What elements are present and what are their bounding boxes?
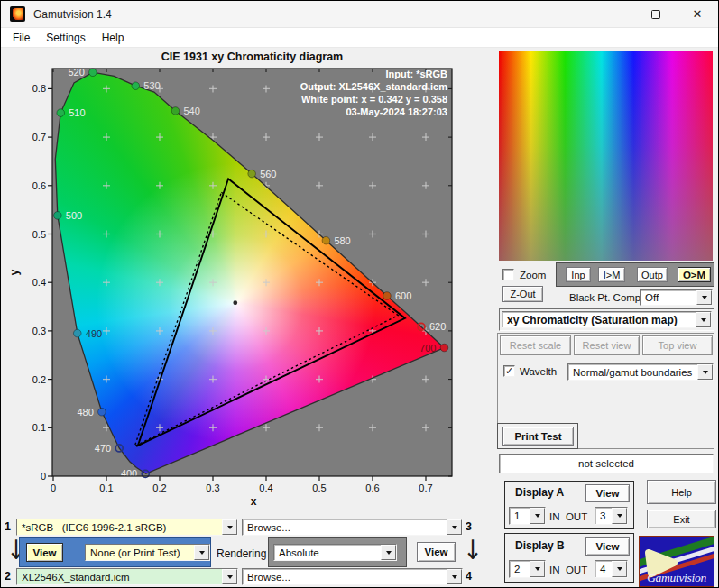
wavelth-checkbox[interactable]: ✓	[503, 365, 515, 377]
svg-text:0.2: 0.2	[32, 374, 46, 385]
zoom-label: Zoom	[520, 270, 546, 280]
view-mode-select[interactable]: xy Chromaticity (Saturation map)	[502, 311, 712, 328]
saturation-map-preview[interactable]	[499, 51, 713, 261]
output-profile-select[interactable]: XL2546X_standard.icm	[16, 568, 238, 585]
browse-output-select[interactable]: Browse...	[242, 568, 463, 585]
dropdown-arrow-icon[interactable]	[696, 312, 711, 327]
i-to-m-button[interactable]: I>M	[598, 267, 625, 282]
check-icon: ✓	[505, 365, 513, 377]
menu-bar: File Settings Help	[1, 28, 718, 48]
svg-text:0.1: 0.1	[32, 422, 46, 433]
close-button[interactable]: ✕	[677, 1, 718, 27]
svg-text:0.7: 0.7	[32, 132, 46, 142]
display-a-inout-label: IN OUT	[549, 511, 587, 522]
z-out-button[interactable]: Z-Out	[502, 286, 543, 302]
menu-file[interactable]: File	[5, 30, 38, 46]
svg-text:0.6: 0.6	[365, 482, 379, 493]
slot3-number: 3	[466, 520, 472, 533]
dropdown-arrow-icon[interactable]	[447, 569, 462, 584]
svg-text:x: x	[251, 495, 257, 508]
window-title: Gamutvision 1.4	[33, 8, 112, 21]
black-pt-comp-select[interactable]: Off	[640, 289, 713, 306]
svg-text:0.2: 0.2	[152, 482, 166, 493]
browse-input-select[interactable]: Browse...	[242, 519, 463, 536]
svg-text:0: 0	[41, 471, 46, 482]
view-output-button[interactable]: View	[417, 542, 456, 562]
black-pt-comp-label: Black Pt. Comp.	[569, 292, 643, 303]
display-a-group: Display A View 1 IN OUT 3	[504, 481, 634, 529]
o-to-m-button[interactable]: O>M	[678, 267, 711, 282]
svg-text:0.8: 0.8	[32, 83, 46, 94]
slot2-number: 2	[5, 570, 11, 583]
display-a-title: Display A	[515, 486, 564, 499]
display-b-in-select[interactable]: 2	[509, 560, 546, 578]
flow-down-arrow-right-icon: ↓	[463, 537, 483, 564]
dropdown-arrow-icon[interactable]	[194, 545, 209, 560]
dropdown-arrow-icon[interactable]	[530, 561, 545, 577]
svg-text:0.4: 0.4	[259, 482, 272, 493]
top-view-button[interactable]: Top view	[642, 335, 713, 355]
slot1-number: 1	[5, 520, 11, 533]
display-b-group: Display B View 2 IN OUT 4	[504, 533, 634, 583]
maximize-icon	[651, 10, 660, 19]
plot-area[interactable]	[52, 69, 452, 476]
svg-text:0.1: 0.1	[99, 482, 113, 493]
reset-view-button[interactable]: Reset view	[574, 335, 640, 355]
menu-settings[interactable]: Settings	[38, 30, 93, 46]
app-icon	[10, 6, 25, 22]
status-field: not selected	[499, 454, 714, 473]
svg-text:0: 0	[51, 482, 56, 493]
display-b-title: Display B	[515, 539, 565, 552]
slot4-number: 4	[466, 570, 472, 583]
svg-text:0.6: 0.6	[32, 180, 46, 191]
dropdown-arrow-icon[interactable]	[447, 519, 462, 535]
reset-scale-button[interactable]: Reset scale	[500, 335, 571, 355]
chart-title: CIE 1931 xy Chromaticity diagram	[52, 51, 452, 63]
chromaticity-horseshoe	[52, 69, 452, 476]
svg-text:y: y	[8, 269, 21, 275]
svg-text:0.5: 0.5	[312, 482, 326, 493]
view-input-button[interactable]: View	[26, 543, 63, 562]
logo-text: Gamutvision	[640, 571, 714, 585]
display-b-out-select[interactable]: 4	[595, 560, 628, 578]
display-a-in-select[interactable]: 1	[509, 507, 546, 525]
minimize-icon	[610, 14, 620, 15]
dropdown-arrow-icon[interactable]	[530, 508, 545, 524]
display-b-view-button[interactable]: View	[585, 537, 630, 556]
input-profile-select[interactable]: *sRGB (IEC6 1996-2.1 sRGB)	[16, 519, 238, 536]
svg-text:0.7: 0.7	[419, 482, 432, 493]
boundaries-select[interactable]: Normal/gamut boundaries	[567, 363, 714, 381]
gamutvision-logo: Gamutvision	[639, 536, 714, 587]
dropdown-arrow-icon[interactable]	[612, 561, 627, 577]
dropdown-arrow-icon[interactable]	[222, 569, 237, 584]
window-controls: ✕	[594, 1, 718, 27]
display-b-inout-label: IN OUT	[549, 565, 587, 575]
print-test-button[interactable]: Print Test	[502, 427, 574, 446]
exit-button[interactable]: Exit	[647, 510, 716, 528]
dropdown-arrow-icon[interactable]	[381, 545, 396, 560]
test-pattern-select[interactable]: None (or Print Test)	[85, 544, 210, 561]
dropdown-arrow-icon[interactable]	[697, 364, 713, 380]
view-select-frame: xy Chromaticity (Saturation map)	[499, 308, 714, 331]
minimize-button[interactable]	[594, 1, 635, 27]
rendering-intent-select[interactable]: Absolute	[273, 544, 397, 561]
inp-button[interactable]: Inp	[566, 267, 591, 282]
rendering-label: Rendering	[217, 547, 266, 560]
dropdown-arrow-icon[interactable]	[222, 519, 237, 535]
svg-text:0.5: 0.5	[32, 229, 46, 240]
wavelth-label: Wavelth	[520, 366, 557, 377]
svg-text:0.3: 0.3	[206, 482, 219, 493]
outp-button[interactable]: Outp	[637, 267, 668, 282]
svg-text:0.3: 0.3	[32, 326, 46, 336]
dropdown-arrow-icon[interactable]	[612, 508, 627, 524]
app-window: Gamutvision 1.4 ✕ File Settings Help CIE…	[0, 0, 719, 588]
menu-help[interactable]: Help	[94, 30, 133, 46]
svg-text:0.4: 0.4	[32, 277, 46, 288]
dropdown-arrow-icon[interactable]	[696, 290, 712, 305]
display-a-view-button[interactable]: View	[585, 484, 630, 502]
title-bar[interactable]: Gamutvision 1.4 ✕	[1, 1, 718, 28]
zoom-checkbox[interactable]	[502, 269, 514, 280]
display-a-out-select[interactable]: 3	[595, 507, 628, 525]
help-button[interactable]: Help	[647, 480, 716, 504]
maximize-button[interactable]	[635, 1, 677, 27]
